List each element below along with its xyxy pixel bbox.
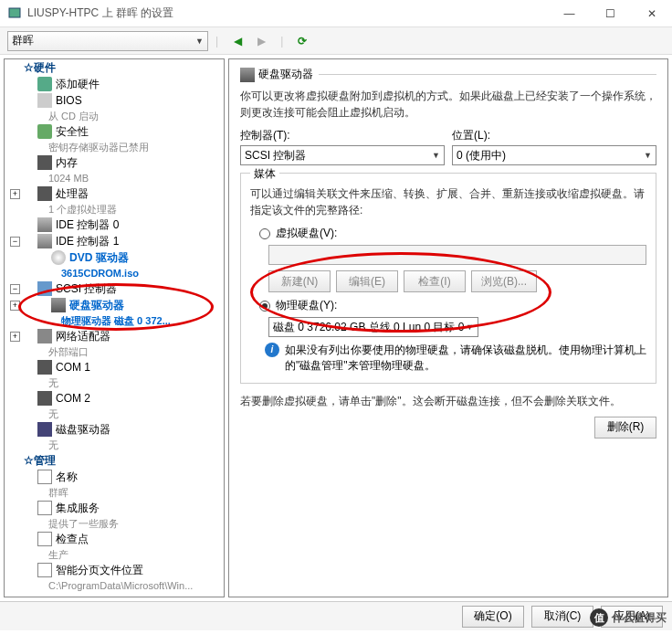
virtual-disk-path-input[interactable]	[268, 245, 646, 265]
tree-sub-hdd: 物理驱动器 磁盘 0 372...	[5, 313, 224, 328]
tree-sub-net: 外部端口	[5, 344, 224, 359]
media-fieldset: 媒体 可以通过编辑关联文件来压缩、转换、扩展、合并、重新连接或收缩虚拟硬盘。请指…	[240, 173, 656, 384]
watermark-text: 什么值得买	[612, 610, 667, 626]
close-button[interactable]: ✕	[631, 0, 672, 27]
controller-label: 控制器(T):	[240, 128, 445, 143]
name-icon	[37, 470, 52, 484]
services-icon	[37, 501, 52, 515]
detail-pane: 硬盘驱动器 你可以更改将虚拟硬盘附加到虚拟机的方式。如果此磁盘上已经安装了一个操…	[228, 58, 668, 597]
shield-icon	[37, 124, 52, 139]
radio-checked-icon[interactable]	[259, 301, 270, 312]
chevron-down-icon: ▼	[644, 151, 652, 160]
tree-item-pagefile[interactable]: 智能分页文件位置	[5, 562, 224, 578]
watermark-icon: 值	[590, 608, 608, 627]
virtual-disk-radio-row[interactable]: 虚拟硬盘(V):	[259, 226, 646, 241]
tree-item-ide0[interactable]: IDE 控制器 0	[5, 217, 224, 233]
expand-icon[interactable]: +	[10, 332, 20, 342]
ide-icon	[37, 217, 52, 232]
chevron-down-icon: ▼	[466, 322, 474, 332]
tree-sub-memory: 1024 MB	[5, 171, 224, 185]
dialog-footer: 确定(O) 取消(C) 应用(A)	[0, 601, 672, 630]
tree-sub-name: 群晖	[5, 485, 224, 500]
physical-disk-select[interactable]: 磁盘 0 3726.02 GB 总线 0 Lun 0 目标 0▼	[268, 317, 478, 337]
com-icon	[37, 360, 52, 375]
tree-item-network[interactable]: +网络适配器	[5, 328, 224, 344]
new-button[interactable]: 新建(N)	[268, 270, 331, 292]
tree-item-com1[interactable]: COM 1	[5, 359, 224, 375]
virtual-disk-label: 虚拟硬盘(V):	[276, 226, 337, 241]
dvd-icon	[51, 250, 66, 265]
minimize-button[interactable]: —	[549, 0, 590, 27]
memory-icon	[37, 155, 52, 170]
checkpoint-icon	[37, 532, 52, 546]
com-icon	[37, 391, 52, 406]
vm-selector-dropdown[interactable]: 群晖 ▼	[7, 31, 208, 51]
controller-select[interactable]: SCSI 控制器▼	[240, 145, 445, 165]
tree-item-cpu[interactable]: +处理器	[5, 185, 224, 202]
tree-sub-com2: 无	[5, 407, 224, 421]
remove-button[interactable]: 删除(R)	[594, 417, 656, 439]
location-label: 位置(L):	[452, 128, 656, 143]
ok-button[interactable]: 确定(O)	[462, 606, 524, 628]
detail-description: 你可以更改将虚拟硬盘附加到虚拟机的方式。如果此磁盘上已经安装了一个操作系统，则更…	[240, 88, 656, 121]
tree-item-com2[interactable]: COM 2	[5, 390, 224, 407]
refresh-button[interactable]: ⟳	[293, 32, 311, 50]
tree-item-floppy[interactable]: 磁盘驱动器	[5, 421, 224, 438]
add-hardware-icon	[37, 77, 52, 91]
tree-item-name[interactable]: 名称	[5, 469, 224, 485]
tree-item-integration[interactable]: 集成服务	[5, 500, 224, 516]
chevron-down-icon: ▼	[195, 37, 204, 46]
inspect-button[interactable]: 检查(I)	[404, 270, 466, 292]
tree-sub-page: C:\ProgramData\Microsoft\Win...	[5, 578, 224, 593]
vm-selector-value: 群晖	[12, 33, 34, 48]
floppy-icon	[37, 422, 52, 437]
forward-button[interactable]: ▶	[252, 32, 270, 50]
tree-item-security[interactable]: 安全性	[5, 123, 224, 140]
ide-icon	[37, 234, 52, 248]
tree-sub-bios: 从 CD 启动	[5, 109, 224, 123]
physical-disk-radio-row[interactable]: 物理硬盘(Y):	[259, 298, 646, 313]
info-text: 如果没有列出你要使用的物理硬盘，请确保该磁盘脱机。使用物理计算机上的"磁盘管理"…	[285, 343, 646, 374]
remove-description: 若要删除虚拟硬盘，请单击"删除"。这会断开磁盘连接，但不会删除关联文件。	[240, 393, 656, 409]
watermark: 值 什么值得买	[590, 608, 667, 627]
settings-icon	[7, 6, 22, 21]
tree-item-hard-drive[interactable]: +硬盘驱动器	[5, 297, 224, 313]
tree-sub-chk: 生产	[5, 547, 224, 562]
media-description: 可以通过编辑关联文件来压缩、转换、扩展、合并、重新连接或收缩虚拟硬盘。请指定该文…	[250, 185, 646, 218]
tree-sub-cpu: 1 个虚拟处理器	[5, 202, 224, 217]
expand-icon[interactable]: +	[10, 301, 20, 311]
network-icon	[37, 329, 52, 343]
svg-rect-0	[9, 8, 20, 17]
titlebar: LIUSPY-HTPC 上 群晖 的设置 — ☐ ✕	[0, 0, 672, 27]
edit-button[interactable]: 编辑(E)	[336, 270, 398, 292]
collapse-icon[interactable]: −	[10, 284, 20, 294]
tree-item-dvd[interactable]: DVD 驱动器	[5, 249, 224, 266]
tree-heading-hardware: ☆ 硬件	[5, 59, 224, 76]
browse-button[interactable]: 浏览(B)...	[471, 270, 537, 292]
back-button[interactable]: ◀	[228, 32, 247, 50]
tree-sub-floppy: 无	[5, 438, 224, 452]
tree-sub-security: 密钥存储驱动器已禁用	[5, 140, 224, 154]
detail-title-row: 硬盘驱动器	[240, 67, 656, 82]
tree-item-checkpoint[interactable]: 检查点	[5, 531, 224, 547]
hdd-icon	[240, 68, 255, 82]
hdd-icon	[51, 298, 66, 312]
tree-sub-com1: 无	[5, 375, 224, 390]
settings-tree[interactable]: ☆ 硬件 添加硬件 BIOS 从 CD 启动 安全性 密钥存储驱动器已禁用 内存…	[4, 58, 225, 597]
location-select[interactable]: 0 (使用中)▼	[452, 145, 656, 165]
collapse-icon[interactable]: −	[10, 237, 20, 247]
tree-item-bios[interactable]: BIOS	[5, 92, 224, 109]
tree-item-memory[interactable]: 内存	[5, 154, 224, 171]
media-legend: 媒体	[250, 166, 279, 182]
pagefile-icon	[37, 563, 52, 577]
scsi-icon	[37, 281, 52, 296]
cpu-icon	[37, 186, 52, 201]
tree-item-add-hardware[interactable]: 添加硬件	[5, 76, 224, 92]
expand-icon[interactable]: +	[10, 189, 20, 199]
radio-unchecked-icon[interactable]	[259, 228, 270, 239]
detail-title: 硬盘驱动器	[258, 67, 313, 82]
tree-item-scsi[interactable]: −SCSI 控制器	[5, 280, 224, 297]
maximize-button[interactable]: ☐	[590, 0, 631, 27]
tree-item-ide1[interactable]: −IDE 控制器 1	[5, 233, 224, 249]
cancel-button[interactable]: 取消(C)	[531, 606, 593, 628]
